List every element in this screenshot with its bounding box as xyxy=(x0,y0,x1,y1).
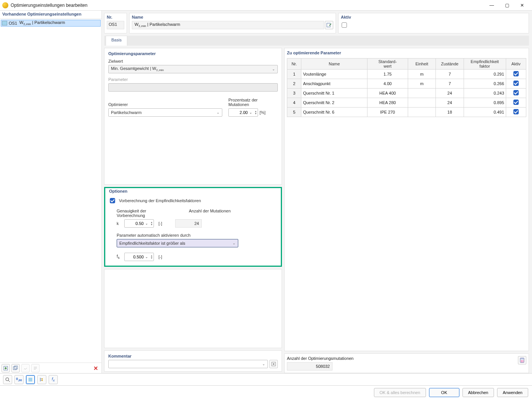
delete-item-button[interactable] xyxy=(92,364,100,372)
kommentar-pick-button[interactable] xyxy=(269,360,278,368)
toolbar-button-4[interactable] xyxy=(31,364,40,372)
kommentar-panel: Kommentar ⌄ xyxy=(104,350,282,372)
params-title: Optimierungsparameter xyxy=(108,51,278,56)
col-std[interactable]: Standard-wert xyxy=(367,59,408,70)
auto-activate-combo[interactable]: Empfindlichkeitsfaktor ist größer als⌄ xyxy=(117,239,238,247)
aktiv-box: Aktiv xyxy=(338,13,529,33)
ok-calc-all-button[interactable]: OK & alles berechnen xyxy=(374,388,426,397)
ok-button[interactable]: OK xyxy=(429,388,459,397)
mutations-panel: Anzahl der Optimierungsmutationen 508032 xyxy=(284,353,529,373)
close-button[interactable]: ✕ xyxy=(515,1,530,10)
calc-mutations-button[interactable] xyxy=(518,356,526,364)
svg-point-9 xyxy=(522,360,523,361)
col-aktiv[interactable]: Aktiv xyxy=(506,59,526,70)
opt-params-table: Nr. Name Standard-wert Einheit Zustände … xyxy=(287,58,526,117)
mutations-output: 508032 xyxy=(287,362,332,370)
col-einheit[interactable]: Einheit xyxy=(408,59,435,70)
name-field[interactable]: WΣ,min | Partikelschwarm xyxy=(132,21,324,29)
kommentar-combo[interactable]: ⌄ xyxy=(108,360,268,368)
new-item-button[interactable] xyxy=(2,364,10,372)
left-pane: Vorhandene Optimierungseinstellungen OS1… xyxy=(0,11,102,373)
params-panel: Optimierungsparameter Zielwert Min. Gesa… xyxy=(104,48,282,185)
row-aktiv-checkbox[interactable] xyxy=(513,71,519,76)
col-zust[interactable]: Zustände xyxy=(436,59,464,70)
fs-unit: [-] xyxy=(158,255,162,259)
tree-item-os1[interactable]: OS1 WΣ,min | Partikelschwarm xyxy=(1,20,101,27)
minimize-button[interactable]: — xyxy=(484,1,499,10)
left-header: Vorhandene Optimierungseinstellungen xyxy=(0,11,101,19)
options-panel: Optionen Vorberechnung der Empfindlichke… xyxy=(104,187,282,267)
row-aktiv-checkbox[interactable] xyxy=(513,109,519,114)
dialog-footer: OK & alles berechnen OK Abbrechen Anwend… xyxy=(0,385,532,399)
row-aktiv-checkbox[interactable] xyxy=(513,81,519,86)
svg-rect-1 xyxy=(13,367,16,370)
col-nr[interactable]: Nr. xyxy=(287,59,301,70)
table-row[interactable]: 5Querschnitt Nr. 6IPE 270180.491 xyxy=(287,108,526,117)
opt-params-panel: Zu optimierende Parameter Nr. Name Stand… xyxy=(284,48,529,351)
left-toolbar xyxy=(0,363,101,373)
toolbar-button-3[interactable] xyxy=(21,364,30,372)
svg-point-10 xyxy=(521,361,522,362)
toolbtn-search[interactable] xyxy=(3,375,12,384)
toolbtn-units[interactable]: 0,00 xyxy=(14,375,24,384)
svg-rect-2 xyxy=(14,366,17,369)
mutation-pct-input[interactable]: ⌄▲▼ xyxy=(228,108,258,117)
fs-input[interactable]: ⌄▲▼ xyxy=(124,253,154,261)
options-title: Optionen xyxy=(109,189,277,193)
svg-rect-7 xyxy=(521,358,524,359)
tree-item-label: WΣ,min | Partikelschwarm xyxy=(19,20,65,26)
svg-point-11 xyxy=(522,361,523,362)
toolbtn-tree[interactable] xyxy=(37,375,46,384)
table-row[interactable]: 1Voutenlänge1.75m70.291 xyxy=(287,70,526,79)
nr-box: Nr. OS1 xyxy=(104,13,127,33)
row-aktiv-checkbox[interactable] xyxy=(513,100,519,105)
fs-label: fs xyxy=(117,254,121,260)
col-name[interactable]: Name xyxy=(301,59,367,70)
table-row[interactable]: 3Querschnitt Nr. 1HEA 400240.243 xyxy=(287,89,526,98)
table-row[interactable]: 2Anschlagpunkt4.00m70.266 xyxy=(287,79,526,89)
svg-point-15 xyxy=(42,380,43,381)
anzahl-mut-label: Anzahl der Mutationen xyxy=(189,209,231,218)
zielwert-combo[interactable]: Min. Gesamtgewicht | WΣ,min⌄ xyxy=(108,65,278,73)
settings-tree[interactable]: OS1 WΣ,min | Partikelschwarm xyxy=(0,19,101,363)
aktiv-checkbox[interactable] xyxy=(342,22,347,28)
svg-point-14 xyxy=(42,378,43,379)
opt-params-title: Zu optimierende Parameter xyxy=(287,51,526,55)
parameter-combo xyxy=(108,83,278,92)
right-pane: Nr. OS1 Name WΣ,min | Partikelschwarm Ak… xyxy=(102,11,532,373)
tab-basis[interactable]: Basis xyxy=(106,36,127,46)
titlebar: Optimierungseinstellungen bearbeiten — ▢… xyxy=(0,0,532,11)
color-swatch xyxy=(2,21,7,25)
k-unit: [-] xyxy=(158,221,162,226)
name-label: Name xyxy=(132,15,333,19)
nr-field: OS1 xyxy=(107,21,124,29)
maximize-button[interactable]: ▢ xyxy=(499,1,515,10)
parameter-label: Parameter xyxy=(108,77,278,82)
duplicate-item-button[interactable] xyxy=(11,364,20,372)
precalc-label: Vorberechnung der Empfindlichkeitsfaktor… xyxy=(119,198,201,203)
aktiv-label: Aktiv xyxy=(341,15,526,19)
optimierer-label: Optimierer xyxy=(108,102,222,107)
apply-button[interactable]: Anwenden xyxy=(497,388,528,397)
mutations-label: Anzahl der Optimierungsmutationen xyxy=(287,356,526,361)
svg-point-12 xyxy=(6,378,9,381)
toolbtn-fx[interactable]: fx xyxy=(49,375,58,384)
svg-rect-13 xyxy=(28,378,32,382)
mutation-pct-label: Prozentsatz der Mutationen xyxy=(228,98,278,107)
toolbtn-color[interactable] xyxy=(26,375,35,384)
k-label: k xyxy=(117,221,121,226)
col-emp[interactable]: Empfindlichkeitfaktor xyxy=(464,59,506,70)
svg-point-8 xyxy=(521,360,522,361)
optimierer-combo[interactable]: Partikelschwarm⌄ xyxy=(108,108,222,117)
row-aktiv-checkbox[interactable] xyxy=(513,90,519,95)
cancel-button[interactable]: Abbrechen xyxy=(462,388,494,397)
table-row[interactable]: 4Querschnitt Nr. 2HEA 280240.895 xyxy=(287,98,526,108)
edit-name-button[interactable] xyxy=(325,21,333,29)
auto-activate-label: Parameter automatisch aktivieren durch xyxy=(117,233,277,238)
app-icon xyxy=(2,2,8,8)
kommentar-label: Kommentar xyxy=(108,354,278,358)
precalc-checkbox[interactable] xyxy=(110,198,115,203)
tabs: Basis xyxy=(104,36,529,46)
k-input[interactable]: ⌄▲▼ xyxy=(124,219,154,228)
anzahl-mut-output: 24 xyxy=(175,219,202,228)
